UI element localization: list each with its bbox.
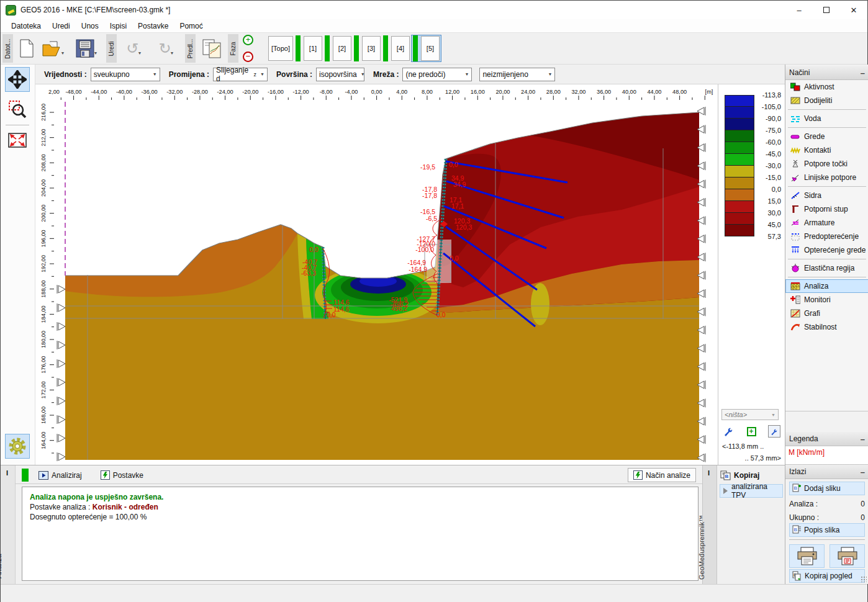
phase-remove-button[interactable]: − bbox=[243, 52, 253, 62]
annotation-label: 0,0 bbox=[327, 311, 336, 318]
toolbar-group-edit: Uredi bbox=[106, 34, 117, 63]
sidebar-item-opterecenje-grede[interactable]: Opterećenje grede bbox=[785, 243, 868, 257]
fem-drawing[interactable]: -19,50,034,934,9-17,8-17,817,117,1-16,5-… bbox=[35, 84, 718, 465]
aktivnost-icon bbox=[790, 82, 800, 92]
scale-settings-button[interactable] bbox=[768, 425, 780, 438]
copy-view-button[interactable]: B Kopiraj pogled bbox=[789, 569, 865, 583]
open-file-button[interactable]: ▼ bbox=[38, 35, 70, 61]
sidebar-item-potporni-stup[interactable]: Potporni stup bbox=[785, 202, 868, 216]
sidebar-item-grede[interactable]: Grede bbox=[785, 130, 868, 143]
phase-tab-label: [1] bbox=[304, 36, 322, 61]
sidebar-item-label: Aktivnost bbox=[804, 83, 834, 91]
sidebar-item-dodijeliti[interactable]: Dodijeliti bbox=[785, 94, 868, 107]
print-button[interactable] bbox=[789, 544, 825, 568]
phase-tab-1[interactable]: [1] bbox=[294, 35, 323, 62]
analyzed-tpv-button[interactable]: analizirana TPV bbox=[720, 484, 783, 498]
color-scale-value: -60,0 bbox=[746, 138, 781, 146]
model-canvas[interactable]: -19,50,034,934,9-17,8-17,817,117,1-16,5-… bbox=[35, 84, 718, 465]
picture-list-button[interactable]: B Popis slika bbox=[789, 523, 865, 537]
mesh-select[interactable]: (ne predoči) bbox=[402, 68, 472, 81]
deformation-select[interactable]: neizmijenjeno bbox=[479, 68, 555, 81]
surface-select[interactable]: isopovršina bbox=[316, 68, 364, 81]
close-button[interactable]: ✕ bbox=[840, 1, 867, 19]
sidebar-item-elasticna-regija[interactable]: Elastična regija bbox=[785, 261, 868, 275]
report-button[interactable] bbox=[197, 35, 226, 61]
monitori-icon bbox=[790, 295, 800, 305]
save-dropdown-arrow[interactable]: ▼ bbox=[94, 51, 98, 55]
sidebar-item-grafi[interactable]: Grafi bbox=[785, 307, 868, 320]
scale-edit-wrench-icon[interactable] bbox=[723, 426, 735, 437]
settings-gear-button[interactable] bbox=[5, 434, 30, 459]
menu-pomoć[interactable]: Pomoć bbox=[174, 20, 208, 32]
annotation-label: 17,1 bbox=[451, 202, 464, 210]
frame-collapse-handle[interactable]: I bbox=[6, 469, 8, 477]
sidebar-item-voda[interactable]: Voda bbox=[785, 112, 868, 125]
phase-separator-bar bbox=[383, 35, 388, 61]
sidebar-item-potpore-tocki[interactable]: Potpore točki bbox=[785, 157, 868, 171]
settings-button[interactable]: Postavke bbox=[96, 469, 148, 482]
minimize-button[interactable]: – bbox=[785, 1, 813, 19]
undo-button[interactable]: ↺▼ bbox=[119, 35, 151, 61]
menu-uredi[interactable]: Uredi bbox=[47, 20, 76, 32]
phase-tab-label: [Topo] bbox=[268, 36, 293, 61]
menu-postavke[interactable]: Postavke bbox=[132, 20, 174, 32]
sidebar-item-kontakti[interactable]: Kontakti bbox=[785, 143, 868, 157]
phase-add-button[interactable]: + bbox=[243, 35, 253, 45]
sidebar-item-predopterecenje[interactable]: Predopterećenje bbox=[785, 230, 868, 243]
sidebar-item-armature[interactable]: Armature bbox=[785, 216, 868, 230]
zoom-select-tool-button[interactable] bbox=[5, 97, 30, 122]
support-symbol bbox=[57, 452, 65, 461]
menu-bar: DatotekaUrediUnosIspisiPostavkePomoć bbox=[1, 19, 867, 33]
svg-text:184,00: 184,00 bbox=[40, 305, 47, 323]
sidebar-item-analiza[interactable]: Analiza bbox=[785, 279, 868, 293]
status-bar bbox=[1, 584, 867, 602]
legend-collapse-icon[interactable]: – bbox=[861, 434, 865, 444]
add-picture-button[interactable]: B Dodaj sliku bbox=[789, 482, 865, 495]
scale-preset-select[interactable]: <ništa> bbox=[721, 409, 779, 420]
toolbar-group-phase: Faza bbox=[228, 34, 238, 63]
svg-text:-48,00: -48,00 bbox=[66, 89, 82, 95]
phase-tab-4[interactable]: [4] bbox=[382, 35, 411, 62]
menu-ispisi[interactable]: Ispisi bbox=[104, 20, 132, 32]
pan-tool-button[interactable] bbox=[5, 67, 30, 92]
result-settings-line: Postavke analiza : Korisnik - određen bbox=[30, 502, 690, 512]
frame-tab-analiza[interactable]: Analiza bbox=[0, 554, 3, 578]
scale-add-icon[interactable]: + bbox=[747, 427, 756, 436]
geoclipboard-label: GeoMeđuspremnik™ bbox=[698, 515, 705, 580]
support-symbol bbox=[57, 359, 65, 368]
app-icon bbox=[6, 5, 16, 16]
color-scale-value: -15,0 bbox=[746, 174, 781, 181]
annotation-label: 120,3 bbox=[456, 223, 472, 231]
maximize-button[interactable] bbox=[813, 1, 840, 19]
redo-button[interactable]: ↻▼ bbox=[151, 35, 183, 61]
new-file-button[interactable] bbox=[15, 35, 38, 61]
menu-datoteka[interactable]: Datoteka bbox=[6, 20, 47, 32]
color-scale-value: 15,0 bbox=[746, 197, 781, 205]
sidebar-item-aktivnost[interactable]: Aktivnost bbox=[785, 80, 868, 94]
stabilnost-icon bbox=[790, 322, 800, 333]
phase-tab-2[interactable]: [2] bbox=[323, 35, 353, 62]
phase-tab-3[interactable]: [3] bbox=[353, 35, 382, 62]
sidebar-item-monitori[interactable]: Monitori bbox=[785, 293, 868, 307]
change-select[interactable]: Slijeganje dz bbox=[213, 68, 268, 81]
dodijeliti-icon bbox=[790, 96, 800, 106]
outputs-collapse-icon[interactable]: – bbox=[861, 467, 865, 477]
open-dropdown-arrow[interactable]: ▼ bbox=[61, 51, 65, 55]
sidebar-item-linijske-potpore[interactable]: Linijske potpore bbox=[785, 171, 868, 184]
menu-unos[interactable]: Unos bbox=[76, 20, 104, 32]
analyze-button[interactable]: Analiziraj bbox=[34, 469, 87, 482]
geoclipboard-handle[interactable]: I bbox=[708, 469, 710, 477]
phase-separator-bar bbox=[325, 35, 330, 61]
color-scale-value: 45,0 bbox=[746, 221, 781, 228]
resize-grip[interactable] bbox=[861, 576, 867, 582]
save-button[interactable]: ▼ bbox=[70, 35, 104, 61]
phase-tab-5[interactable]: [5] bbox=[411, 35, 441, 62]
sidebar-item-sidra[interactable]: Sidra bbox=[785, 189, 868, 202]
analysis-mode-button[interactable]: Način analize bbox=[628, 468, 696, 482]
phase-tab-topo[interactable]: [Topo] bbox=[267, 35, 294, 62]
values-select[interactable]: sveukupno bbox=[91, 68, 160, 81]
fit-view-tool-button[interactable] bbox=[5, 128, 30, 153]
print-preview-button[interactable] bbox=[830, 544, 865, 568]
sidebar-item-stabilnost[interactable]: Stabilnost bbox=[785, 320, 868, 334]
modes-collapse-icon[interactable]: – bbox=[861, 68, 865, 78]
